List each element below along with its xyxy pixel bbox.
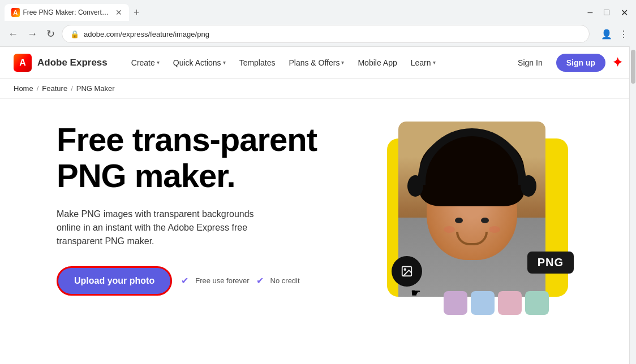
minimize-button[interactable]: – <box>584 7 596 18</box>
maximize-button[interactable]: □ <box>600 7 613 18</box>
nav-item-templates[interactable]: Templates <box>234 55 281 71</box>
brand-icon: A <box>14 54 32 72</box>
nav-item-create[interactable]: Create ▾ <box>126 55 165 71</box>
refresh-button[interactable]: ↻ <box>44 25 57 42</box>
tab-favicon: A <box>11 8 20 17</box>
nav-mobile-label: Mobile App <box>358 58 397 67</box>
close-button[interactable]: ✕ <box>617 7 631 18</box>
brand[interactable]: A Adobe Express <box>14 54 108 72</box>
swatch-1[interactable] <box>444 291 467 315</box>
check-icon-2: ✔ <box>256 275 264 286</box>
nav-item-quick-actions[interactable]: Quick Actions ▾ <box>167 55 231 71</box>
scrollbar[interactable] <box>629 46 636 364</box>
png-badge: PNG <box>527 252 574 274</box>
breadcrumb-home[interactable]: Home <box>14 84 33 93</box>
main-content: Free trans-parent PNG maker. Make PNG im… <box>0 99 636 325</box>
sign-up-button[interactable]: Sign up <box>556 54 605 72</box>
check-icon: ✔ <box>181 275 188 286</box>
breadcrumb-feature[interactable]: Feature <box>42 84 67 93</box>
forward-button[interactable]: → <box>25 26 40 42</box>
extensions-button[interactable]: ⋮ <box>617 27 630 42</box>
cta-row: Upload your photo ✔ Free use forever ✔ N… <box>57 266 330 296</box>
breadcrumb-separator: / <box>37 84 39 93</box>
nav-right: Sign In Sign up ✦ <box>511 54 622 72</box>
browser-tab[interactable]: A Free PNG Maker: Convert a JP ✕ <box>5 4 129 21</box>
sign-in-button[interactable]: Sign In <box>511 55 549 71</box>
nav-items: Create ▾ Quick Actions ▾ Templates Plans… <box>126 55 441 71</box>
nav-item-mobile[interactable]: Mobile App <box>352 55 402 71</box>
back-button[interactable]: ← <box>6 26 20 42</box>
content-right: PNG ☛ <box>364 122 602 325</box>
main-nav: A Adobe Express Create ▾ Quick Actions ▾… <box>0 47 636 79</box>
nav-item-plans[interactable]: Plans & Offers ▾ <box>283 55 350 71</box>
new-tab-button[interactable]: + <box>129 7 144 19</box>
color-swatches <box>444 291 549 315</box>
breadcrumb-separator: / <box>71 84 73 93</box>
tab-close-button[interactable]: ✕ <box>115 8 122 17</box>
url-text: adobe.com/express/feature/image/png <box>84 30 581 38</box>
adobe-logo: ✦ <box>612 55 622 70</box>
hero-description: Make PNG images with transparent backgro… <box>57 207 272 248</box>
nav-item-learn[interactable]: Learn ▾ <box>405 55 441 71</box>
hero-title: Free trans-parent PNG maker. <box>57 122 330 194</box>
swatch-3[interactable] <box>498 291 522 315</box>
tab-title: Free PNG Maker: Convert a JP <box>23 8 109 16</box>
chevron-down-icon: ▾ <box>223 59 226 66</box>
nav-learn-label: Learn <box>411 58 431 67</box>
nav-templates-label: Templates <box>239 58 276 67</box>
badge-free: Free use forever <box>195 276 249 285</box>
chevron-down-icon: ▾ <box>341 59 344 66</box>
cursor-icon: ☛ <box>411 286 421 300</box>
breadcrumb-current: PNG Maker <box>76 84 115 93</box>
scrollbar-thumb[interactable] <box>631 50 635 84</box>
swatch-2[interactable] <box>471 291 495 315</box>
image-action-icon[interactable] <box>392 256 422 287</box>
nav-create-label: Create <box>131 58 155 67</box>
hero-image: PNG ☛ <box>364 122 591 325</box>
chevron-down-icon: ▾ <box>433 59 436 66</box>
nav-quick-actions-label: Quick Actions <box>173 58 221 67</box>
chevron-down-icon: ▾ <box>157 59 160 66</box>
address-bar[interactable]: 🔒 adobe.com/express/feature/image/png <box>62 25 590 43</box>
breadcrumb: Home / Feature / PNG Maker <box>0 79 636 99</box>
upload-button[interactable]: Upload your photo <box>57 266 172 296</box>
cta-badges: ✔ Free use forever ✔ No credit <box>181 275 299 286</box>
content-left: Free trans-parent PNG maker. Make PNG im… <box>57 122 330 325</box>
svg-point-1 <box>404 268 406 270</box>
lock-icon: 🔒 <box>70 30 79 38</box>
nav-plans-label: Plans & Offers <box>289 58 340 67</box>
brand-name: Adobe Express <box>37 57 108 68</box>
profile-button[interactable]: 👤 <box>599 27 614 42</box>
badge-no-credit: No credit <box>270 276 300 285</box>
swatch-4[interactable] <box>525 291 549 315</box>
